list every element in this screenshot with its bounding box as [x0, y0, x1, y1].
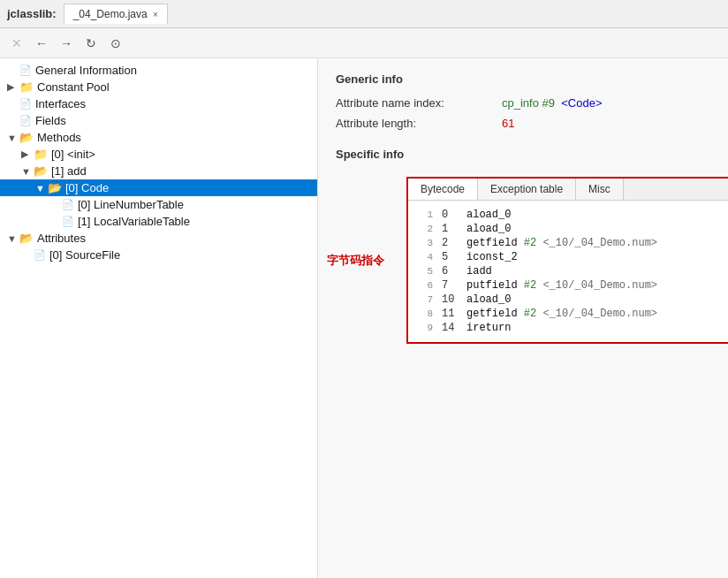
- forward-button[interactable]: →: [57, 34, 76, 53]
- attr-name-row: Attribute name index: cp_info #9 <Code>: [336, 96, 710, 110]
- bc-linenum-1: 1: [419, 209, 433, 220]
- tree-label-general: General Information: [35, 64, 137, 77]
- tree-item-interfaces[interactable]: 📄 Interfaces: [0, 95, 317, 112]
- title-bar: jclasslib: _04_Demo.java ×: [0, 0, 728, 28]
- tree-label-add: [1] add: [51, 164, 87, 178]
- attr-length-row: Attribute length: 61: [336, 117, 710, 130]
- bc-comment-8: <_10/_04_Demo.num>: [542, 308, 657, 320]
- bc-instr-1: aload_0: [466, 209, 511, 221]
- file-icon-fields: 📄: [19, 115, 32, 126]
- folder-icon-add: 📂: [34, 164, 48, 178]
- bc-offset-4: 5: [442, 251, 459, 263]
- generic-info-label: Generic info: [336, 72, 710, 86]
- bc-linenum-8: 8: [419, 308, 433, 319]
- bc-offset-8: 11: [442, 308, 459, 320]
- back-button[interactable]: ←: [32, 34, 51, 53]
- tree-label-linenumbertable: [0] LineNumberTable: [78, 198, 184, 211]
- bc-comment-6: <_10/_04_Demo.num>: [542, 279, 657, 292]
- bc-ref-8: #2: [524, 308, 536, 320]
- tree-item-code[interactable]: ▼ 📂 [0] Code: [0, 179, 317, 196]
- bc-row-7: 7 10 aload_0: [419, 293, 721, 307]
- bc-offset-6: 7: [442, 279, 459, 292]
- tree-item-constant-pool[interactable]: ▶ 📁 Constant Pool: [0, 79, 317, 95]
- attr-name-key: Attribute name index:: [336, 96, 495, 110]
- bc-instr-9: ireturn: [466, 322, 511, 334]
- tree-item-general[interactable]: 📄 General Information: [0, 62, 317, 79]
- folder-icon-attributes: 📂: [19, 232, 34, 245]
- generic-info-section: Generic info: [336, 72, 710, 86]
- bc-instr-4: iconst_2: [466, 251, 518, 263]
- tree-item-linenumbertable[interactable]: 📄 [0] LineNumberTable: [0, 196, 317, 213]
- tab-exception-table[interactable]: Exception table: [478, 179, 576, 200]
- bc-instr-2: aload_0: [466, 223, 511, 235]
- tree-item-sourcefile[interactable]: 📄 [0] SourceFile: [0, 247, 317, 263]
- folder-icon-constant-pool: 📁: [19, 80, 34, 94]
- bc-offset-5: 6: [442, 265, 459, 278]
- tab-bytecode[interactable]: Bytecode: [408, 179, 478, 200]
- bc-offset-3: 2: [442, 237, 459, 249]
- attr-name-value: cp_info #9: [502, 96, 555, 110]
- tab-close-icon[interactable]: ×: [153, 9, 158, 19]
- bc-row-8: 8 11 getfield #2 <_10/_04_Demo.num>: [419, 307, 721, 321]
- bc-linenum-9: 9: [419, 323, 433, 333]
- folder-icon-methods: 📂: [19, 131, 34, 144]
- tree-item-localvariabletable[interactable]: 📄 [1] LocalVariableTable: [0, 213, 317, 230]
- bc-row-9: 9 14 ireturn: [419, 321, 721, 335]
- bc-linenum-7: 7: [419, 294, 433, 305]
- bc-linenum-3: 3: [419, 238, 433, 248]
- bc-ref-3: #2: [524, 237, 536, 249]
- tree-label-interfaces: Interfaces: [35, 97, 86, 110]
- tree-item-attributes[interactable]: ▼ 📂 Attributes: [0, 230, 317, 247]
- bc-offset-7: 10: [442, 293, 459, 306]
- bc-instr-5: iadd: [466, 265, 492, 278]
- bc-linenum-2: 2: [419, 224, 433, 234]
- file-icon-linenumbertable: 📄: [62, 199, 74, 210]
- app-name: jclasslib:: [7, 7, 57, 20]
- tree-label-methods: Methods: [37, 131, 81, 144]
- tree-label-fields: Fields: [35, 114, 66, 127]
- bytecode-wrapper: 字节码指令 Bytecode Exception table Misc 1 0 …: [406, 177, 728, 344]
- tree-item-fields[interactable]: 📄 Fields: [0, 112, 317, 129]
- bc-row-4: 4 5 iconst_2: [419, 250, 721, 264]
- bc-instr-6: putfield #2 <_10/_04_Demo.num>: [466, 279, 657, 292]
- file-icon-localvariabletable: 📄: [62, 216, 74, 227]
- tree-label-constant-pool: Constant Pool: [37, 80, 110, 94]
- attr-length-value: 61: [502, 117, 514, 130]
- folder-icon-init: 📁: [34, 148, 48, 161]
- file-icon-sourcefile: 📄: [34, 249, 46, 261]
- bc-linenum-6: 6: [419, 280, 433, 291]
- bc-linenum-4: 4: [419, 252, 433, 262]
- bc-comment-3: <_10/_04_Demo.num>: [542, 237, 657, 249]
- bc-row-5: 5 6 iadd: [419, 264, 721, 278]
- tree-item-init[interactable]: ▶ 📁 [0] <init>: [0, 146, 317, 163]
- bc-offset-1: 0: [442, 209, 459, 221]
- folder-icon-code: 📂: [48, 181, 62, 194]
- bc-row-3: 3 2 getfield #2 <_10/_04_Demo.num>: [419, 236, 721, 250]
- bc-ref-6: #2: [524, 279, 536, 292]
- reload-button[interactable]: ↻: [81, 34, 101, 53]
- bc-row-6: 6 7 putfield #2 <_10/_04_Demo.num>: [419, 278, 721, 293]
- bc-linenum-5: 5: [419, 266, 433, 277]
- bc-row-2: 2 1 aload_0: [419, 222, 721, 236]
- home-button[interactable]: ⊙: [106, 34, 125, 53]
- bc-instr-8: getfield #2 <_10/_04_Demo.num>: [466, 308, 657, 320]
- main-area: 📄 General Information ▶ 📁 Constant Pool …: [0, 58, 728, 578]
- bytecode-chinese-label: 字节码指令: [327, 253, 384, 269]
- specific-info-label: Specific info: [336, 148, 710, 161]
- bc-instr-7: aload_0: [466, 293, 511, 306]
- bc-row-1: 1 0 aload_0: [419, 208, 721, 222]
- tab-filename: _04_Demo.java: [73, 8, 148, 20]
- bytecode-tabs: Bytecode Exception table Misc: [408, 179, 728, 201]
- toolbar: ✕ ← → ↻ ⊙: [0, 28, 728, 58]
- close-button[interactable]: ✕: [7, 34, 27, 53]
- tree-item-add[interactable]: ▼ 📂 [1] add: [0, 163, 317, 179]
- attr-name-extra: <Code>: [561, 96, 602, 110]
- file-icon-interfaces: 📄: [19, 98, 32, 110]
- file-tab[interactable]: _04_Demo.java ×: [64, 4, 169, 24]
- bytecode-box: Bytecode Exception table Misc 1 0 aload_…: [406, 177, 728, 344]
- bc-offset-9: 14: [442, 322, 459, 334]
- tab-misc[interactable]: Misc: [576, 179, 624, 200]
- right-panel: Generic info Attribute name index: cp_in…: [318, 58, 728, 578]
- tree-item-methods[interactable]: ▼ 📂 Methods: [0, 129, 317, 146]
- tree-label-init: [0] <init>: [51, 148, 95, 161]
